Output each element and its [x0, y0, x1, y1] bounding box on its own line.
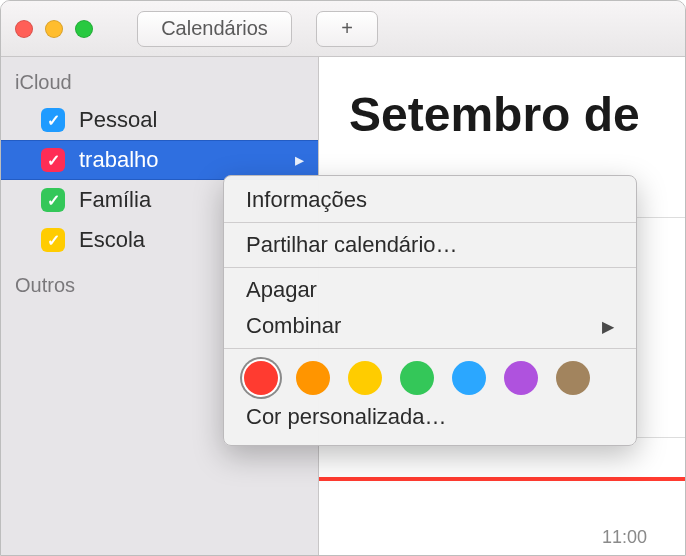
menu-item-label: Combinar [246, 313, 341, 339]
calendar-label: Pessoal [79, 107, 157, 133]
menu-item-label: Informações [246, 187, 367, 213]
calendars-toggle-button[interactable]: Calendários [137, 11, 292, 47]
checkbox-icon[interactable]: ✓ [41, 108, 65, 132]
menu-item-delete[interactable]: Apagar [224, 272, 636, 308]
checkbox-icon[interactable]: ✓ [41, 188, 65, 212]
color-swatch-purple[interactable] [504, 361, 538, 395]
checkbox-icon[interactable]: ✓ [41, 148, 65, 172]
plus-icon: + [341, 17, 353, 40]
chevron-right-icon: ▸ [295, 149, 304, 171]
close-icon[interactable] [15, 20, 33, 38]
calendar-window: Calendários + iCloud ✓ Pessoal ✓ trabalh… [0, 0, 686, 556]
calendar-label: Escola [79, 227, 145, 253]
menu-item-label: Apagar [246, 277, 317, 303]
menu-item-custom-color[interactable]: Cor personalizada… [224, 399, 636, 435]
menu-item-label: Partilhar calendário… [246, 232, 458, 258]
menu-item-info[interactable]: Informações [224, 182, 636, 218]
calendar-label: trabalho [79, 147, 159, 173]
sidebar-group-label: iCloud [1, 67, 318, 100]
calendars-toggle-label: Calendários [161, 17, 268, 40]
color-swatch-yellow[interactable] [348, 361, 382, 395]
color-swatch-brown[interactable] [556, 361, 590, 395]
now-indicator [319, 477, 685, 481]
checkbox-icon[interactable]: ✓ [41, 228, 65, 252]
color-swatch-blue[interactable] [452, 361, 486, 395]
menu-item-merge[interactable]: Combinar ▶ [224, 308, 636, 344]
menu-separator [224, 222, 636, 223]
menu-item-label: Cor personalizada… [246, 404, 447, 430]
calendar-context-menu: Informações Partilhar calendário… Apagar… [223, 175, 637, 446]
titlebar: Calendários + [1, 1, 685, 57]
time-label: 11:00 [602, 527, 647, 548]
minimize-icon[interactable] [45, 20, 63, 38]
add-event-button[interactable]: + [316, 11, 378, 47]
color-swatch-row [224, 353, 636, 399]
sidebar-item-trabalho[interactable]: ✓ trabalho ▸ [1, 140, 318, 180]
menu-separator [224, 348, 636, 349]
sidebar-item-pessoal[interactable]: ✓ Pessoal [1, 100, 318, 140]
menu-item-share[interactable]: Partilhar calendário… [224, 227, 636, 263]
window-controls [15, 20, 93, 38]
color-swatch-green[interactable] [400, 361, 434, 395]
calendar-label: Família [79, 187, 151, 213]
color-swatch-orange[interactable] [296, 361, 330, 395]
month-title: Setembro de [319, 57, 685, 142]
zoom-icon[interactable] [75, 20, 93, 38]
menu-separator [224, 267, 636, 268]
chevron-right-icon: ▶ [602, 317, 614, 336]
color-swatch-red[interactable] [244, 361, 278, 395]
